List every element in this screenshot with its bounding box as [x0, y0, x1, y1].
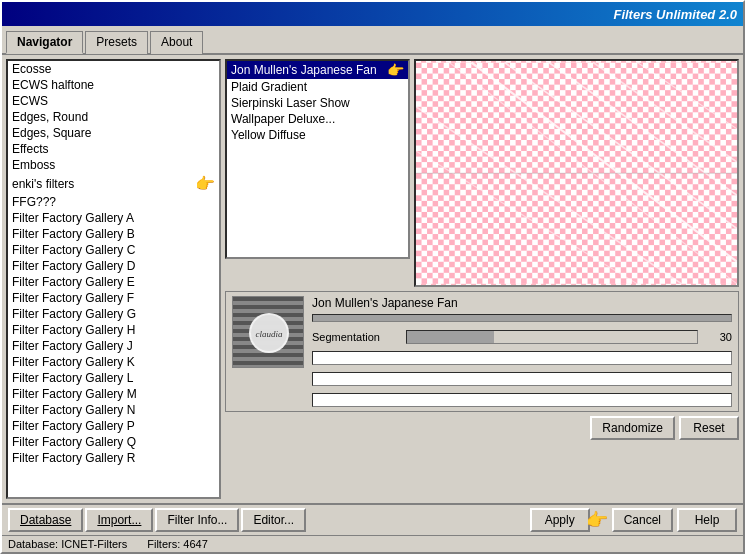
filter-info-panel: claudia Jon Mullen's Japanese Fan Segmen…: [225, 291, 739, 412]
list-item[interactable]: Ecosse: [8, 61, 219, 77]
svg-rect-22: [233, 361, 304, 365]
tab-presets[interactable]: Presets: [85, 31, 148, 54]
list-item[interactable]: Filter Factory Gallery J: [8, 338, 219, 354]
import-button[interactable]: Import...: [85, 508, 153, 532]
list-item[interactable]: Filter Factory Gallery Q: [8, 434, 219, 450]
right-bottom-buttons: Randomize Reset: [225, 416, 739, 442]
status-bar: Database: ICNET-Filters Filters: 4647: [2, 535, 743, 552]
pointer-hand-icon: 👉: [195, 174, 215, 193]
segmentation-slider-track[interactable]: [406, 330, 698, 344]
top-right-area: Jon Mullen's Japanese Fan 👉 Plaid Gradie…: [225, 59, 739, 287]
randomize-button[interactable]: Randomize: [590, 416, 675, 440]
cancel-button[interactable]: Cancel: [612, 508, 673, 532]
category-list-items[interactable]: Ecosse ECWS halftone ECWS Edges, Round E…: [8, 61, 219, 497]
filters-status-label: Filters:: [147, 538, 180, 550]
list-item[interactable]: Filter Factory Gallery K: [8, 354, 219, 370]
filter-info-button[interactable]: Filter Info...: [155, 508, 239, 532]
list-item[interactable]: Filter Factory Gallery A: [8, 210, 219, 226]
list-item[interactable]: ECWS: [8, 93, 219, 109]
filter-details-box: Jon Mullen's Japanese Fan Segmentation 3…: [312, 296, 732, 407]
reset-button[interactable]: Reset: [679, 416, 739, 440]
database-status-label: Database:: [8, 538, 58, 550]
filter-category-list: Ecosse ECWS halftone ECWS Edges, Round E…: [6, 59, 221, 499]
main-window: Filters Unlimited 2.0 Navigator Presets …: [0, 0, 745, 554]
editor-button[interactable]: Editor...: [241, 508, 306, 532]
sub-filter-list: Jon Mullen's Japanese Fan 👉 Plaid Gradie…: [225, 59, 410, 259]
action-buttons: Apply 👉 Cancel Help: [530, 508, 737, 532]
sub-list-item[interactable]: Yellow Diffuse: [227, 127, 408, 143]
list-item[interactable]: Filter Factory Gallery C: [8, 242, 219, 258]
bottom-bar: Database Import... Filter Info... Editor…: [2, 503, 743, 535]
empty-slider-1[interactable]: [312, 351, 732, 365]
svg-text:claudia: claudia: [256, 329, 283, 339]
list-item[interactable]: Effects: [8, 141, 219, 157]
list-item[interactable]: Filter Factory Gallery P: [8, 418, 219, 434]
right-panel: Jon Mullen's Japanese Fan 👉 Plaid Gradie…: [225, 59, 739, 499]
bottom-left-buttons: Database Import... Filter Info... Editor…: [8, 508, 306, 532]
sub-list-item[interactable]: Plaid Gradient: [227, 79, 408, 95]
list-item[interactable]: Filter Factory Gallery M: [8, 386, 219, 402]
tabs-bar: Navigator Presets About: [2, 26, 743, 55]
preview-canvas: [414, 59, 739, 287]
list-item[interactable]: ECWS halftone: [8, 77, 219, 93]
database-status-value: ICNET-Filters: [61, 538, 127, 550]
list-item[interactable]: enki's filters 👉: [8, 173, 219, 194]
list-item[interactable]: Filter Factory Gallery B: [8, 226, 219, 242]
segmentation-row: Segmentation 30: [312, 330, 732, 344]
sub-list-item[interactable]: Jon Mullen's Japanese Fan 👉: [227, 61, 408, 79]
list-item[interactable]: Edges, Round: [8, 109, 219, 125]
help-button[interactable]: Help: [677, 508, 737, 532]
svg-rect-14: [233, 297, 304, 301]
list-item[interactable]: Filter Factory Gallery H: [8, 322, 219, 338]
pointer-hand-icon-2: 👉: [387, 62, 404, 78]
segmentation-slider-fill: [407, 331, 494, 343]
database-status: Database: ICNET-Filters: [8, 538, 127, 550]
empty-slider-3[interactable]: [312, 393, 732, 407]
tab-navigator[interactable]: Navigator: [6, 31, 83, 54]
svg-rect-21: [233, 353, 304, 357]
list-item[interactable]: Edges, Square: [8, 125, 219, 141]
pointer-hand-icon-apply: 👉: [586, 509, 608, 531]
list-item[interactable]: Filter Factory Gallery N: [8, 402, 219, 418]
list-item[interactable]: Filter Factory Gallery G: [8, 306, 219, 322]
filter-thumbnail: claudia: [232, 296, 304, 368]
database-button[interactable]: Database: [8, 508, 83, 532]
sub-list-item[interactable]: Wallpaper Deluxe...: [227, 111, 408, 127]
list-item[interactable]: Emboss: [8, 157, 219, 173]
segmentation-value: 30: [702, 331, 732, 343]
main-content: Ecosse ECWS halftone ECWS Edges, Round E…: [2, 55, 743, 503]
filter-bar: [312, 314, 732, 322]
filters-status-value: 4647: [183, 538, 207, 550]
segmentation-label: Segmentation: [312, 331, 402, 343]
title-bar: Filters Unlimited 2.0: [2, 2, 743, 26]
empty-slider-2[interactable]: [312, 372, 732, 386]
title-text: Filters Unlimited 2.0: [613, 7, 737, 22]
list-item[interactable]: Filter Factory Gallery F: [8, 290, 219, 306]
tab-about[interactable]: About: [150, 31, 203, 54]
sub-filter-items[interactable]: Jon Mullen's Japanese Fan 👉 Plaid Gradie…: [227, 61, 408, 143]
list-item[interactable]: Filter Factory Gallery L: [8, 370, 219, 386]
list-item[interactable]: Filter Factory Gallery E: [8, 274, 219, 290]
sub-list-item[interactable]: Sierpinski Laser Show: [227, 95, 408, 111]
filters-status: Filters: 4647: [147, 538, 208, 550]
selected-filter-name: Jon Mullen's Japanese Fan: [312, 296, 732, 310]
apply-button[interactable]: Apply: [530, 508, 590, 532]
list-item[interactable]: Filter Factory Gallery R: [8, 450, 219, 466]
list-item[interactable]: Filter Factory Gallery D: [8, 258, 219, 274]
list-item[interactable]: FFG???: [8, 194, 219, 210]
svg-rect-15: [233, 305, 304, 309]
